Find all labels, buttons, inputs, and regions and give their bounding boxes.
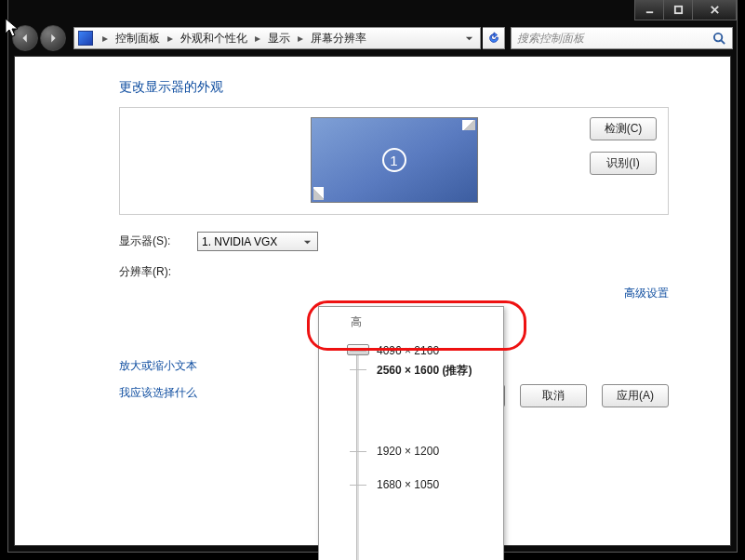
control-panel-icon	[78, 31, 93, 46]
advanced-settings-link[interactable]: 高级设置	[624, 286, 669, 301]
resolution-popup[interactable]: 高 4096 × 21602560 × 1600 (推荐)1920 × 1200…	[318, 306, 504, 560]
resolution-high-label: 高	[319, 307, 503, 336]
display-value: 1. NVIDIA VGX	[202, 235, 277, 248]
chevron-down-icon	[300, 235, 314, 249]
minimize-button[interactable]	[634, 0, 664, 20]
chevron-right-icon: ▸	[99, 32, 112, 45]
monitor-thumbnail-1[interactable]: 1	[311, 117, 478, 203]
crumb-appearance[interactable]: 外观和个性化	[179, 31, 249, 47]
detect-button[interactable]: 检测(C)	[590, 117, 657, 140]
chevron-right-icon: ▸	[164, 32, 177, 45]
resolution-slider-track[interactable]	[356, 346, 360, 560]
monitor-preview-box: 1 检测(C) 识别(I)	[119, 107, 669, 215]
page-title: 更改显示器的外观	[119, 79, 669, 96]
navigation-bar: ▸ 控制面板 ▸ 外观和个性化 ▸ 显示 ▸ 屏幕分辨率 搜索控制面板	[12, 24, 733, 52]
maximize-button[interactable]	[663, 0, 693, 20]
resolution-option[interactable]: 1680 × 1050	[377, 478, 439, 491]
cancel-button[interactable]: 取消	[520, 384, 587, 407]
svg-rect-1	[674, 7, 681, 13]
identify-button[interactable]: 识别(I)	[590, 152, 657, 175]
resolution-label: 分辨率(R):	[119, 264, 197, 280]
chevron-right-icon: ▸	[251, 32, 264, 45]
search-placeholder: 搜索控制面板	[517, 31, 584, 47]
breadcrumb[interactable]: ▸ 控制面板 ▸ 外观和个性化 ▸ 显示 ▸ 屏幕分辨率	[73, 27, 481, 49]
slider-tick	[350, 369, 366, 370]
monitor-number: 1	[312, 118, 477, 202]
display-label: 显示器(S):	[119, 233, 197, 249]
window-frame: ▸ 控制面板 ▸ 外观和个性化 ▸ 显示 ▸ 屏幕分辨率 搜索控制面板 更改显示…	[7, 0, 738, 553]
refresh-button[interactable]	[483, 27, 505, 49]
resolution-option[interactable]: 1920 × 1200	[377, 445, 439, 458]
forward-button[interactable]	[40, 25, 66, 51]
search-input[interactable]: 搜索控制面板	[511, 27, 733, 49]
resolution-option[interactable]: 2560 × 1600 (推荐)	[377, 363, 472, 379]
back-button[interactable]	[12, 25, 38, 51]
resolution-slider-thumb[interactable]	[347, 344, 369, 355]
search-icon	[712, 32, 726, 48]
svg-point-4	[714, 33, 722, 41]
resolution-option[interactable]: 4096 × 2160	[377, 344, 439, 357]
slider-tick	[350, 351, 366, 352]
titlebar-buttons	[635, 0, 737, 20]
crumb-display[interactable]: 显示	[266, 31, 292, 47]
apply-button[interactable]: 应用(A)	[602, 384, 669, 407]
slider-tick	[350, 485, 366, 486]
chevron-right-icon: ▸	[294, 32, 307, 45]
breadcrumb-dropdown[interactable]	[461, 29, 476, 47]
close-button[interactable]	[692, 0, 737, 20]
display-dropdown[interactable]: 1. NVIDIA VGX	[197, 232, 318, 251]
svg-line-5	[721, 40, 725, 44]
crumb-control-panel[interactable]: 控制面板	[113, 31, 162, 47]
slider-tick	[350, 451, 366, 452]
crumb-resolution[interactable]: 屏幕分辨率	[309, 31, 368, 47]
content-pane: 更改显示器的外观 1 检测(C) 识别(I) 显示器(S): 1. NVIDIA…	[14, 56, 731, 546]
